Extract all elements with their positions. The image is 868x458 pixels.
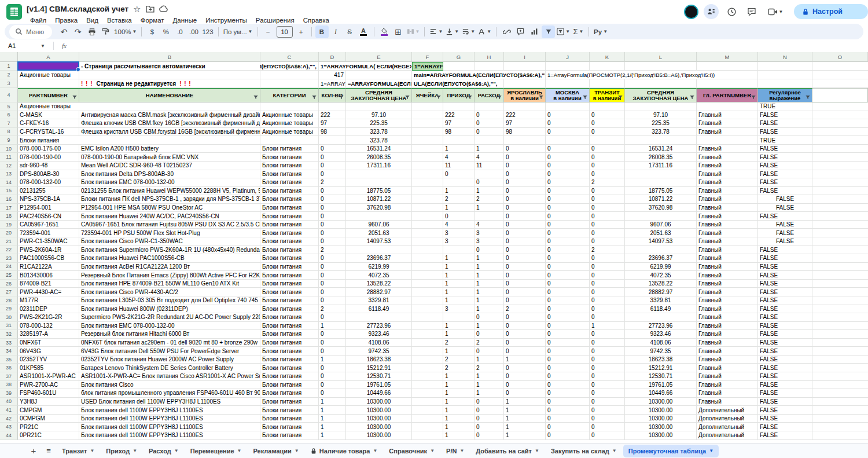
row-header[interactable]: 44: [0, 431, 18, 440]
cell-N39[interactable]: FALSE: [758, 389, 812, 398]
cell-K21[interactable]: 0: [590, 237, 625, 246]
cell-L25[interactable]: 4072.35: [625, 271, 697, 280]
cell-I7[interactable]: 97: [504, 119, 546, 128]
cell-J22[interactable]: 0: [546, 246, 590, 255]
more-formats-button[interactable]: 123: [201, 25, 214, 38]
cell-L5[interactable]: [625, 102, 697, 111]
cell-L18[interactable]: [625, 212, 697, 221]
cell-J12[interactable]: 0: [546, 162, 590, 170]
cell[interactable]: [18, 79, 79, 88]
tab-dropdown-icon[interactable]: ▼: [174, 448, 179, 453]
filter-views-button[interactable]: ▼: [556, 25, 571, 38]
cell[interactable]: СЛИ(ЕПУСТО($A$6:A),"",: [260, 62, 319, 71]
cell-B32[interactable]: Резервный блок питания Hitachi 6000 Вт: [79, 330, 260, 339]
cell-H37[interactable]: 1: [475, 372, 504, 381]
cell-K18[interactable]: 0: [590, 212, 625, 221]
cell-N8[interactable]: FALSE: [758, 128, 812, 137]
cell-L44[interactable]: 10300.00: [625, 431, 697, 440]
cell-G33[interactable]: 2: [443, 339, 475, 347]
cell-A8[interactable]: C-FCRYSTAL-16: [18, 128, 79, 137]
cell-D29[interactable]: 2: [319, 305, 346, 314]
cell-L19[interactable]: 9607.06: [625, 221, 697, 229]
cell-E42[interactable]: 10300.00: [346, 415, 412, 423]
cell-K33[interactable]: 0: [590, 339, 625, 347]
cell-E38[interactable]: 19761.05: [346, 381, 412, 390]
cell-A26[interactable]: 874009-B21: [18, 280, 79, 288]
cell[interactable]: ULA(ЕСЛИ(ЕПУСТО($A$6:A),"",: [412, 79, 504, 88]
cell-G41[interactable]: 1: [443, 406, 475, 415]
cell-B33[interactable]: 0NFX6T блок питания ac290em - 01 dell 90…: [79, 339, 260, 347]
filter-icon[interactable]: [496, 94, 502, 100]
cell-A15[interactable]: 02131255: [18, 187, 79, 196]
cell-L41[interactable]: 10300.00: [625, 406, 697, 415]
cell-B30[interactable]: Supermicro PWS-2K21G-2R Redundant 2U AC-…: [79, 313, 260, 322]
cell-N33[interactable]: FALSE: [758, 339, 812, 347]
cell-F40[interactable]: [412, 398, 443, 406]
version-history-icon[interactable]: [724, 4, 739, 19]
cell[interactable]: [443, 62, 475, 71]
cell-K17[interactable]: 0: [590, 204, 625, 212]
cell-K20[interactable]: 0: [590, 229, 625, 237]
cell-D5[interactable]: [319, 102, 346, 111]
cell-A22[interactable]: PWS-2K60A-1R: [18, 246, 79, 255]
cell-F41[interactable]: [412, 406, 443, 415]
cell-F17[interactable]: [412, 204, 443, 212]
cell-N41[interactable]: FALSE: [758, 406, 812, 415]
cell-D38[interactable]: 0: [319, 381, 346, 390]
cell-K11[interactable]: 0: [590, 153, 625, 162]
cell-E9[interactable]: 323.78: [346, 136, 412, 145]
cell-H13[interactable]: [475, 170, 504, 179]
cell-J14[interactable]: 0: [546, 178, 590, 187]
cell-I38[interactable]: 0: [504, 381, 546, 390]
cell-D14[interactable]: 2: [319, 178, 346, 187]
cell-C38[interactable]: Блоки питания: [260, 381, 319, 390]
cell-G19[interactable]: 4: [443, 221, 475, 229]
cell[interactable]: [79, 71, 260, 79]
sheets-logo[interactable]: [6, 4, 22, 20]
cell-D10[interactable]: 0: [319, 145, 346, 153]
cell[interactable]: [590, 79, 625, 88]
cell-K19[interactable]: 0: [590, 221, 625, 229]
cell-J29[interactable]: 0: [546, 305, 590, 314]
cell-O21[interactable]: [812, 237, 868, 246]
cell-E8[interactable]: 323.78: [346, 128, 412, 137]
cell-B38[interactable]: Блок питания Cisco: [79, 381, 260, 390]
cell-L24[interactable]: 6219.99: [625, 263, 697, 272]
cell-N21[interactable]: FALSE: [758, 237, 812, 246]
cell-K25[interactable]: 0: [590, 271, 625, 280]
cell-A20[interactable]: 723594-001: [18, 229, 79, 237]
cell-K14[interactable]: 2: [590, 178, 625, 187]
cell-C10[interactable]: Блоки питания: [260, 145, 319, 153]
cell-B8[interactable]: Флешка кристалл USB CBM.fcrystal 16GB [э…: [79, 128, 260, 137]
cell-L35[interactable]: 18623.38: [625, 356, 697, 364]
cell-D24[interactable]: 0: [319, 263, 346, 272]
menu-файл[interactable]: Файл: [27, 17, 50, 24]
cell-L7[interactable]: 225.35: [625, 119, 697, 128]
cell-L13[interactable]: [625, 170, 697, 179]
cell-B41[interactable]: Блок питания dell 1100W EPPY3H8J L1100ES: [79, 406, 260, 415]
horizontal-align-button[interactable]: ▼: [428, 25, 444, 38]
cell-A43[interactable]: PR21C: [18, 423, 79, 431]
cell-B24[interactable]: Блок питания AcBel R1CA2122A 1200 Вт: [79, 263, 260, 272]
cell-A5[interactable]: Акционные товары: [18, 102, 260, 111]
row-header[interactable]: 18: [0, 212, 18, 221]
cell-K15[interactable]: 0: [590, 187, 625, 196]
cell-O39[interactable]: [812, 389, 868, 398]
cell-N20[interactable]: FALSE: [758, 229, 812, 237]
cell-C24[interactable]: Блоки питания: [260, 263, 319, 272]
cell-B22[interactable]: Блок питания Supermicro PWS-2K60A-1R 1U …: [79, 246, 260, 255]
cell-A13[interactable]: DPS-800AB-30: [18, 170, 79, 179]
cell-J44[interactable]: 0: [546, 431, 590, 440]
row-header[interactable]: 35: [0, 356, 18, 364]
cell-K32[interactable]: 0: [590, 330, 625, 339]
cell-N15[interactable]: FALSE: [758, 187, 812, 196]
decrease-decimals-button[interactable]: .0: [173, 25, 186, 38]
cell[interactable]: [812, 71, 868, 79]
cell-F6[interactable]: [412, 111, 443, 120]
cell-F35[interactable]: [412, 356, 443, 364]
cell-G6[interactable]: 222: [443, 111, 475, 120]
cell-D33[interactable]: 0: [319, 339, 346, 347]
row-header[interactable]: 36: [0, 364, 18, 372]
cell-N14[interactable]: FALSE: [758, 178, 812, 187]
cell-D7[interactable]: 97: [319, 119, 346, 128]
